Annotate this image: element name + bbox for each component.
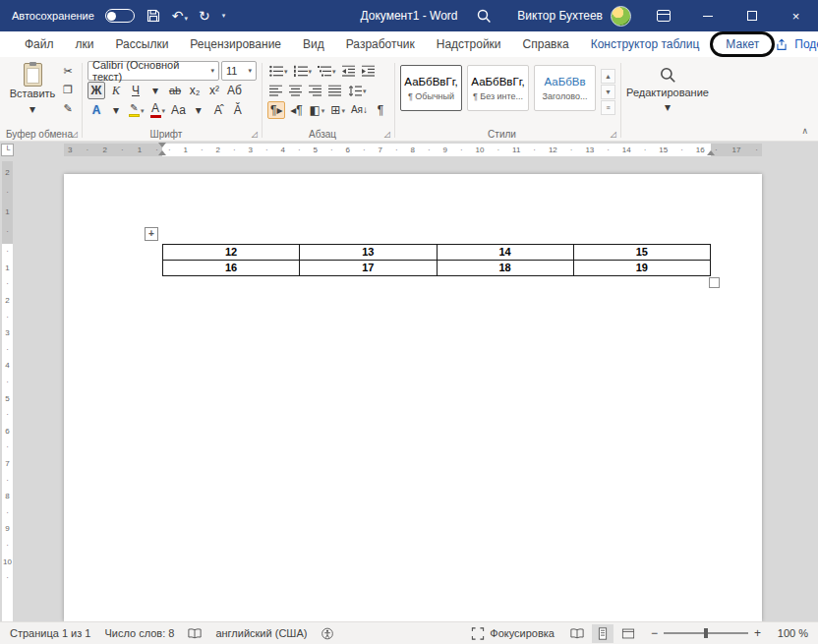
multilevel-list-button[interactable]: ▾: [316, 62, 338, 80]
tab-layout[interactable]: Макет: [710, 31, 775, 57]
align-left-button[interactable]: [267, 82, 285, 99]
zoom-level[interactable]: 100 %: [773, 627, 808, 639]
qat-dropdown-icon[interactable]: ▾: [222, 12, 226, 20]
subscript-button[interactable]: x₂: [186, 82, 204, 99]
tab-view[interactable]: Вид: [292, 33, 335, 55]
table-cell[interactable]: 19: [574, 261, 711, 276]
tab-table-design[interactable]: Конструктор таблиц: [580, 33, 711, 55]
style-heading1[interactable]: АаБбВв Заголово...: [534, 65, 596, 111]
tab-selector[interactable]: └: [1, 144, 14, 156]
maximize-button[interactable]: [730, 0, 774, 31]
zoom-in-button[interactable]: +: [754, 626, 761, 640]
proofing-icon[interactable]: [188, 627, 202, 640]
minimize-button[interactable]: [685, 0, 730, 31]
undo-button[interactable]: ↶▾: [172, 9, 188, 24]
paragraph-dialog-launcher-icon[interactable]: ◿: [384, 131, 390, 139]
focus-mode-button[interactable]: Фокусировка: [471, 627, 555, 640]
cut-icon[interactable]: ✂: [59, 64, 77, 79]
italic-button[interactable]: К: [107, 82, 125, 99]
underline-button[interactable]: Ч: [127, 82, 145, 99]
chevron-down-icon[interactable]: ▾: [107, 101, 125, 119]
zoom-slider[interactable]: [664, 632, 748, 634]
redo-icon[interactable]: ↻: [199, 9, 210, 23]
read-mode-icon[interactable]: [566, 624, 588, 643]
decrease-indent-button[interactable]: [340, 62, 358, 80]
line-spacing-button[interactable]: ▾: [346, 82, 369, 99]
styles-scroll-up-icon[interactable]: ▲: [601, 69, 615, 84]
document-page[interactable]: + 12131415 16171819: [64, 174, 762, 621]
underline-dropdown-icon[interactable]: ▾: [146, 82, 164, 99]
bold-button[interactable]: Ж: [88, 82, 105, 99]
superscript-button[interactable]: x²: [205, 82, 223, 99]
format-painter-icon[interactable]: ✎: [59, 101, 77, 116]
undo-dropdown-icon[interactable]: ▾: [185, 15, 189, 22]
first-line-indent-marker[interactable]: [158, 143, 166, 147]
font-family-combo[interactable]: Calibri (Основной текст)▾: [88, 61, 219, 81]
increase-indent-button[interactable]: [360, 62, 378, 80]
align-center-button[interactable]: [287, 82, 305, 99]
copy-icon[interactable]: ❐: [59, 83, 77, 97]
style-normal[interactable]: АаБбВвГг, ¶ Обычный: [400, 65, 462, 111]
highlight-color-button[interactable]: ✎▾: [127, 101, 146, 119]
group-editing[interactable]: Редактирование ▾: [622, 60, 713, 141]
share-button[interactable]: Поделиться: [775, 37, 818, 51]
table-cell[interactable]: 13: [300, 245, 437, 261]
styles-dialog-launcher-icon[interactable]: ◿: [611, 131, 616, 139]
text-effects-button[interactable]: А: [88, 101, 105, 119]
web-layout-icon[interactable]: [617, 624, 639, 643]
table-cell[interactable]: 15: [574, 245, 711, 261]
table-cell[interactable]: 16: [163, 261, 300, 276]
save-icon[interactable]: [146, 8, 161, 24]
table-cell[interactable]: 18: [438, 261, 574, 276]
tab-review[interactable]: Рецензирование: [179, 33, 292, 55]
tab-mailings[interactable]: Рассылки: [104, 33, 179, 55]
numbering-button[interactable]: ▾: [292, 62, 315, 80]
collapse-ribbon-icon[interactable]: ∧: [801, 126, 808, 136]
text-direction-ltr-button[interactable]: ¶▸: [267, 101, 285, 119]
avatar[interactable]: [611, 6, 631, 27]
font-size-combo[interactable]: 11▾: [221, 61, 257, 81]
word-count[interactable]: Число слов: 8: [104, 627, 174, 639]
tab-addins[interactable]: Надстройки: [426, 33, 512, 55]
style-no-spacing[interactable]: АаБбВвГг, ¶ Без инте...: [467, 65, 529, 111]
tab-partial[interactable]: лки: [65, 33, 105, 55]
styles-more-icon[interactable]: ≡: [601, 100, 615, 115]
tab-developer[interactable]: Разработчик: [335, 33, 426, 55]
autosave-toggle[interactable]: [105, 9, 135, 23]
borders-button[interactable]: ⊞▾: [328, 101, 347, 119]
table-cell[interactable]: 17: [300, 261, 437, 276]
table-move-handle[interactable]: +: [145, 227, 158, 241]
right-indent-marker[interactable]: [707, 150, 715, 155]
page-indicator[interactable]: Страница 1 из 1: [10, 627, 90, 639]
ribbon-display-options-icon[interactable]: [641, 0, 685, 31]
print-layout-icon[interactable]: [592, 624, 614, 643]
show-marks-button[interactable]: ¶: [372, 101, 389, 119]
styles-scroll-down-icon[interactable]: ▼: [601, 85, 615, 99]
document-table[interactable]: 12131415 16171819: [162, 244, 711, 276]
table-cell[interactable]: 12: [163, 245, 300, 261]
language-indicator[interactable]: английский (США): [215, 627, 307, 639]
align-right-button[interactable]: [307, 82, 324, 99]
font-dialog-launcher-icon[interactable]: ◿: [252, 131, 258, 139]
search-icon[interactable]: [476, 8, 492, 24]
text-direction-rtl-button[interactable]: ◂¶: [287, 101, 305, 119]
strikethrough-button[interactable]: ab: [166, 82, 184, 99]
shading-button[interactable]: ◧▾: [307, 101, 326, 119]
bullets-button[interactable]: ▾: [267, 62, 290, 80]
tab-file[interactable]: Файл: [14, 33, 65, 55]
chevron-down-icon[interactable]: ▾: [190, 101, 207, 119]
accessibility-icon[interactable]: [321, 627, 334, 640]
zoom-out-button[interactable]: −: [651, 626, 658, 640]
table-cell[interactable]: 14: [438, 245, 574, 261]
zoom-slider-thumb[interactable]: [704, 628, 708, 638]
paste-button[interactable]: Вставить ▾: [10, 61, 55, 118]
clipboard-dialog-launcher-icon[interactable]: ◿: [72, 131, 78, 139]
table-resize-handle[interactable]: [709, 277, 720, 288]
shrink-font-button[interactable]: А̌: [229, 101, 247, 119]
change-case-button[interactable]: Аа: [169, 101, 188, 119]
sort-button[interactable]: Ая↓: [349, 101, 370, 119]
font-color-button[interactable]: А▾: [148, 101, 168, 119]
tab-help[interactable]: Справка: [512, 33, 580, 55]
hanging-indent-marker[interactable]: [158, 150, 166, 155]
grow-font-button[interactable]: А̂: [209, 101, 227, 119]
